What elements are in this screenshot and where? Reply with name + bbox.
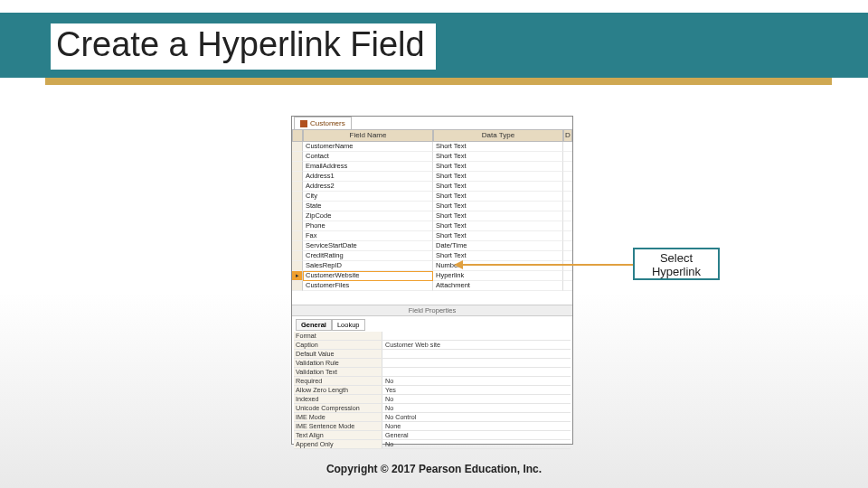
data-type-cell[interactable]: Attachment <box>433 281 563 291</box>
description-cell[interactable] <box>563 211 572 221</box>
field-name-cell[interactable]: Address2 <box>303 182 433 192</box>
description-cell[interactable] <box>563 182 572 192</box>
description-cell[interactable] <box>563 261 572 271</box>
field-name-cell[interactable]: SalesRepID <box>303 261 433 271</box>
table-row[interactable]: CreditRatingShort Text <box>292 251 572 261</box>
property-row[interactable]: Text AlignGeneral <box>294 431 571 440</box>
data-type-cell[interactable]: Date/Time <box>433 241 563 251</box>
description-cell[interactable] <box>563 142 572 152</box>
description-cell[interactable] <box>563 192 572 202</box>
field-name-cell[interactable]: ServiceStartDate <box>303 241 433 251</box>
data-type-cell[interactable]: Number <box>433 261 563 271</box>
field-name-cell[interactable]: CustomerFiles <box>303 281 433 291</box>
data-type-cell[interactable]: Short Text <box>433 202 563 211</box>
field-name-cell[interactable]: Contact <box>303 152 433 162</box>
table-row[interactable]: CityShort Text <box>292 192 572 202</box>
property-value[interactable] <box>382 368 571 376</box>
field-name-cell[interactable]: ZipCode <box>303 211 433 221</box>
row-selector[interactable] <box>292 202 303 211</box>
data-type-cell[interactable]: Short Text <box>433 182 563 192</box>
data-type-cell[interactable]: Short Text <box>433 211 563 221</box>
property-row[interactable]: IME Sentence ModeNone <box>294 422 571 431</box>
row-selector[interactable] <box>292 182 303 192</box>
field-name-cell[interactable]: Address1 <box>303 172 433 182</box>
field-name-cell[interactable]: CreditRating <box>303 251 433 261</box>
data-type-cell[interactable]: Hyperlink <box>433 271 563 281</box>
property-value[interactable]: General <box>382 431 571 439</box>
table-tab[interactable]: Customers <box>294 117 352 129</box>
field-name-cell[interactable]: CustomerName <box>303 142 433 152</box>
property-value[interactable]: Customer Web site <box>382 341 571 349</box>
data-type-cell[interactable]: Short Text <box>433 152 563 162</box>
property-row[interactable]: IndexedNo <box>294 395 571 404</box>
field-name-cell[interactable]: Fax <box>303 231 433 241</box>
row-selector[interactable] <box>292 271 303 281</box>
description-cell[interactable] <box>563 281 572 291</box>
field-name-cell[interactable]: State <box>303 202 433 211</box>
data-type-cell[interactable]: Short Text <box>433 221 563 231</box>
row-selector[interactable] <box>292 251 303 261</box>
property-value[interactable] <box>382 350 571 358</box>
property-row[interactable]: Validation Text <box>294 368 571 377</box>
row-selector[interactable] <box>292 142 303 152</box>
field-name-cell[interactable]: Phone <box>303 221 433 231</box>
field-name-cell[interactable]: EmailAddress <box>303 162 433 172</box>
table-row[interactable]: CustomerFilesAttachment <box>292 281 572 291</box>
table-row[interactable]: CustomerNameShort Text <box>292 142 572 152</box>
field-name-cell[interactable]: CustomerWebsite <box>303 271 433 281</box>
property-value[interactable]: No <box>382 395 571 403</box>
row-selector[interactable] <box>292 261 303 271</box>
data-type-cell[interactable]: Short Text <box>433 172 563 182</box>
property-row[interactable]: Default Value <box>294 350 571 359</box>
table-row[interactable]: SalesRepIDNumber <box>292 261 572 271</box>
data-type-cell[interactable]: Short Text <box>433 192 563 202</box>
property-value[interactable] <box>382 359 571 367</box>
row-selector[interactable] <box>292 211 303 221</box>
property-row[interactable]: RequiredNo <box>294 377 571 386</box>
property-row[interactable]: Format <box>294 332 571 341</box>
table-row[interactable]: FaxShort Text <box>292 231 572 241</box>
description-cell[interactable] <box>563 172 572 182</box>
row-selector[interactable] <box>292 192 303 202</box>
description-cell[interactable] <box>563 241 572 251</box>
row-selector[interactable] <box>292 172 303 182</box>
description-cell[interactable] <box>563 231 572 241</box>
property-value[interactable]: No <box>382 440 571 448</box>
table-row[interactable]: CustomerWebsiteHyperlink <box>292 271 572 281</box>
row-selector[interactable] <box>292 281 303 291</box>
property-value[interactable]: No <box>382 404 571 412</box>
table-row[interactable]: ServiceStartDateDate/Time <box>292 241 572 251</box>
table-row[interactable]: EmailAddressShort Text <box>292 162 572 172</box>
data-type-cell[interactable]: Short Text <box>433 142 563 152</box>
property-value[interactable]: No <box>382 377 571 385</box>
tab-lookup[interactable]: Lookup <box>332 319 365 331</box>
table-row[interactable]: ZipCodeShort Text <box>292 211 572 221</box>
row-selector[interactable] <box>292 241 303 251</box>
row-selector[interactable] <box>292 221 303 231</box>
property-row[interactable]: Allow Zero LengthYes <box>294 386 571 395</box>
table-row[interactable]: PhoneShort Text <box>292 221 572 231</box>
table-row[interactable]: Address2Short Text <box>292 182 572 192</box>
description-cell[interactable] <box>563 162 572 172</box>
property-row[interactable]: Unicode CompressionNo <box>294 404 571 413</box>
description-cell[interactable] <box>563 202 572 211</box>
property-value[interactable]: No Control <box>382 413 571 421</box>
property-value[interactable]: None <box>382 422 571 430</box>
table-row[interactable]: ContactShort Text <box>292 152 572 162</box>
description-cell[interactable] <box>563 152 572 162</box>
property-value[interactable]: Yes <box>382 386 571 394</box>
row-selector[interactable] <box>292 231 303 241</box>
row-selector[interactable] <box>292 162 303 172</box>
data-type-cell[interactable]: Short Text <box>433 231 563 241</box>
row-selector[interactable] <box>292 152 303 162</box>
property-row[interactable]: Validation Rule <box>294 359 571 368</box>
tab-general[interactable]: General <box>296 319 332 331</box>
data-type-cell[interactable]: Short Text <box>433 162 563 172</box>
property-row[interactable]: IME ModeNo Control <box>294 413 571 422</box>
description-cell[interactable] <box>563 221 572 231</box>
description-cell[interactable] <box>563 251 572 261</box>
table-row[interactable]: StateShort Text <box>292 202 572 211</box>
property-row[interactable]: Append OnlyNo <box>294 440 571 449</box>
data-type-cell[interactable]: Short Text <box>433 251 563 261</box>
description-cell[interactable] <box>563 271 572 281</box>
